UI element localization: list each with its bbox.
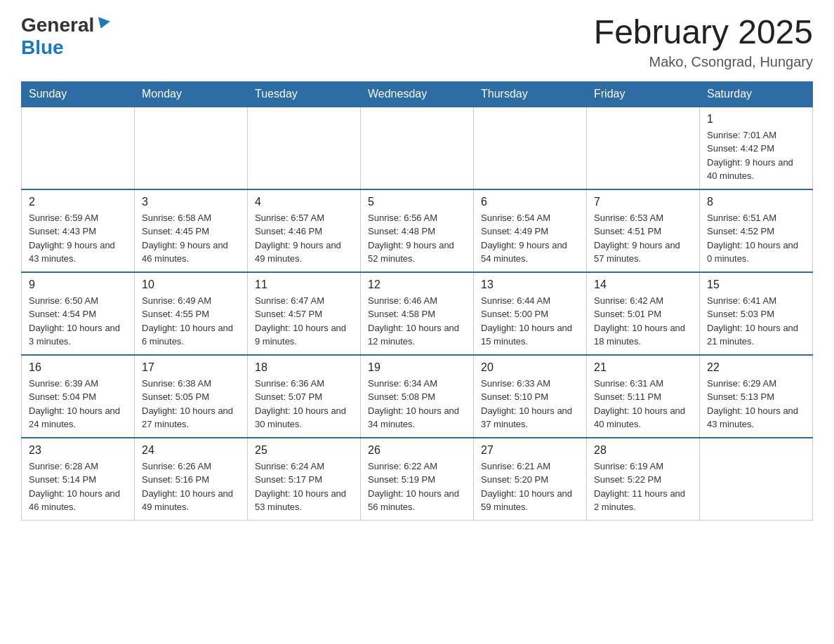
table-row xyxy=(474,107,587,189)
table-row xyxy=(135,107,248,189)
day-number: 8 xyxy=(707,196,805,208)
table-row xyxy=(248,107,361,189)
table-row: 22Sunrise: 6:29 AMSunset: 5:13 PMDayligh… xyxy=(700,355,813,438)
day-info: Sunrise: 6:22 AMSunset: 5:19 PMDaylight:… xyxy=(368,459,466,514)
day-number: 21 xyxy=(594,361,692,374)
day-info: Sunrise: 6:59 AMSunset: 4:43 PMDaylight:… xyxy=(29,211,127,266)
day-info: Sunrise: 6:24 AMSunset: 5:17 PMDaylight:… xyxy=(255,459,353,514)
day-info: Sunrise: 6:51 AMSunset: 4:52 PMDaylight:… xyxy=(707,211,805,266)
table-row xyxy=(361,107,474,189)
title-area: February 2025 Mako, Csongrad, Hungary xyxy=(594,14,813,70)
day-info: Sunrise: 6:38 AMSunset: 5:05 PMDaylight:… xyxy=(142,377,240,431)
table-row xyxy=(700,438,813,521)
day-info: Sunrise: 6:26 AMSunset: 5:16 PMDaylight:… xyxy=(142,459,240,514)
table-row: 19Sunrise: 6:34 AMSunset: 5:08 PMDayligh… xyxy=(361,355,474,438)
day-info: Sunrise: 6:41 AMSunset: 5:03 PMDaylight:… xyxy=(707,294,805,349)
day-info: Sunrise: 6:34 AMSunset: 5:08 PMDaylight:… xyxy=(368,377,466,431)
day-number: 5 xyxy=(368,196,466,208)
day-number: 6 xyxy=(481,196,579,208)
day-info: Sunrise: 6:42 AMSunset: 5:01 PMDaylight:… xyxy=(594,294,692,349)
table-row: 27Sunrise: 6:21 AMSunset: 5:20 PMDayligh… xyxy=(474,438,587,521)
table-row: 1Sunrise: 7:01 AMSunset: 4:42 PMDaylight… xyxy=(700,107,813,189)
table-row: 6Sunrise: 6:54 AMSunset: 4:49 PMDaylight… xyxy=(474,189,587,272)
day-info: Sunrise: 6:50 AMSunset: 4:54 PMDaylight:… xyxy=(29,294,127,349)
day-number: 10 xyxy=(142,279,240,291)
table-row: 4Sunrise: 6:57 AMSunset: 4:46 PMDaylight… xyxy=(248,189,361,272)
table-row: 18Sunrise: 6:36 AMSunset: 5:07 PMDayligh… xyxy=(248,355,361,438)
day-info: Sunrise: 6:53 AMSunset: 4:51 PMDaylight:… xyxy=(594,211,692,266)
day-info: Sunrise: 6:44 AMSunset: 5:00 PMDaylight:… xyxy=(481,294,579,349)
table-row: 23Sunrise: 6:28 AMSunset: 5:14 PMDayligh… xyxy=(22,438,135,521)
day-info: Sunrise: 6:28 AMSunset: 5:14 PMDaylight:… xyxy=(29,459,127,514)
table-row: 17Sunrise: 6:38 AMSunset: 5:05 PMDayligh… xyxy=(135,355,248,438)
table-row: 12Sunrise: 6:46 AMSunset: 4:58 PMDayligh… xyxy=(361,272,474,355)
calendar-week-row: 2Sunrise: 6:59 AMSunset: 4:43 PMDaylight… xyxy=(22,189,813,272)
day-number: 27 xyxy=(481,444,579,457)
day-number: 9 xyxy=(29,279,127,291)
day-number: 20 xyxy=(481,361,579,374)
col-thursday: Thursday xyxy=(474,81,587,107)
day-number: 16 xyxy=(29,361,127,374)
table-row: 16Sunrise: 6:39 AMSunset: 5:04 PMDayligh… xyxy=(22,355,135,438)
day-number: 23 xyxy=(29,444,127,457)
day-number: 28 xyxy=(594,444,692,457)
calendar-week-row: 1Sunrise: 7:01 AMSunset: 4:42 PMDaylight… xyxy=(22,107,813,189)
month-title: February 2025 xyxy=(594,14,813,51)
calendar-week-row: 23Sunrise: 6:28 AMSunset: 5:14 PMDayligh… xyxy=(22,438,813,521)
day-number: 2 xyxy=(29,196,127,208)
table-row: 8Sunrise: 6:51 AMSunset: 4:52 PMDaylight… xyxy=(700,189,813,272)
col-monday: Monday xyxy=(135,81,248,107)
table-row: 24Sunrise: 6:26 AMSunset: 5:16 PMDayligh… xyxy=(135,438,248,521)
day-info: Sunrise: 6:47 AMSunset: 4:57 PMDaylight:… xyxy=(255,294,353,349)
day-info: Sunrise: 6:39 AMSunset: 5:04 PMDaylight:… xyxy=(29,377,127,431)
calendar-header-row: Sunday Monday Tuesday Wednesday Thursday… xyxy=(22,81,813,107)
day-info: Sunrise: 7:01 AMSunset: 4:42 PMDaylight:… xyxy=(707,128,805,183)
page-header: General Blue February 2025 Mako, Csongra… xyxy=(21,14,813,70)
col-friday: Friday xyxy=(587,81,700,107)
table-row: 5Sunrise: 6:56 AMSunset: 4:48 PMDaylight… xyxy=(361,189,474,272)
day-number: 4 xyxy=(255,196,353,208)
day-number: 7 xyxy=(594,196,692,208)
table-row: 20Sunrise: 6:33 AMSunset: 5:10 PMDayligh… xyxy=(474,355,587,438)
col-saturday: Saturday xyxy=(700,81,813,107)
table-row: 21Sunrise: 6:31 AMSunset: 5:11 PMDayligh… xyxy=(587,355,700,438)
logo: General Blue xyxy=(21,14,109,59)
day-number: 26 xyxy=(368,444,466,457)
day-number: 24 xyxy=(142,444,240,457)
calendar-table: Sunday Monday Tuesday Wednesday Thursday… xyxy=(21,81,813,521)
day-info: Sunrise: 6:19 AMSunset: 5:22 PMDaylight:… xyxy=(594,459,692,514)
day-info: Sunrise: 6:57 AMSunset: 4:46 PMDaylight:… xyxy=(255,211,353,266)
location-subtitle: Mako, Csongrad, Hungary xyxy=(594,54,813,70)
day-info: Sunrise: 6:31 AMSunset: 5:11 PMDaylight:… xyxy=(594,377,692,431)
logo-blue-text: Blue xyxy=(21,36,64,58)
col-wednesday: Wednesday xyxy=(361,81,474,107)
day-number: 11 xyxy=(255,279,353,291)
day-number: 25 xyxy=(255,444,353,457)
table-row: 14Sunrise: 6:42 AMSunset: 5:01 PMDayligh… xyxy=(587,272,700,355)
table-row: 25Sunrise: 6:24 AMSunset: 5:17 PMDayligh… xyxy=(248,438,361,521)
day-info: Sunrise: 6:21 AMSunset: 5:20 PMDaylight:… xyxy=(481,459,579,514)
table-row: 7Sunrise: 6:53 AMSunset: 4:51 PMDaylight… xyxy=(587,189,700,272)
day-info: Sunrise: 6:54 AMSunset: 4:49 PMDaylight:… xyxy=(481,211,579,266)
calendar-week-row: 9Sunrise: 6:50 AMSunset: 4:54 PMDaylight… xyxy=(22,272,813,355)
day-info: Sunrise: 6:56 AMSunset: 4:48 PMDaylight:… xyxy=(368,211,466,266)
day-info: Sunrise: 6:33 AMSunset: 5:10 PMDaylight:… xyxy=(481,377,579,431)
table-row: 9Sunrise: 6:50 AMSunset: 4:54 PMDaylight… xyxy=(22,272,135,355)
day-info: Sunrise: 6:36 AMSunset: 5:07 PMDaylight:… xyxy=(255,377,353,431)
table-row xyxy=(22,107,135,189)
table-row: 28Sunrise: 6:19 AMSunset: 5:22 PMDayligh… xyxy=(587,438,700,521)
logo-general-text: General xyxy=(21,14,94,36)
day-number: 14 xyxy=(594,279,692,291)
day-number: 12 xyxy=(368,279,466,291)
table-row: 26Sunrise: 6:22 AMSunset: 5:19 PMDayligh… xyxy=(361,438,474,521)
table-row: 13Sunrise: 6:44 AMSunset: 5:00 PMDayligh… xyxy=(474,272,587,355)
day-number: 15 xyxy=(707,279,805,291)
logo-arrow-icon xyxy=(95,17,110,30)
day-number: 3 xyxy=(142,196,240,208)
col-sunday: Sunday xyxy=(22,81,135,107)
day-info: Sunrise: 6:29 AMSunset: 5:13 PMDaylight:… xyxy=(707,377,805,431)
day-number: 17 xyxy=(142,361,240,374)
table-row: 11Sunrise: 6:47 AMSunset: 4:57 PMDayligh… xyxy=(248,272,361,355)
table-row: 15Sunrise: 6:41 AMSunset: 5:03 PMDayligh… xyxy=(700,272,813,355)
table-row: 3Sunrise: 6:58 AMSunset: 4:45 PMDaylight… xyxy=(135,189,248,272)
